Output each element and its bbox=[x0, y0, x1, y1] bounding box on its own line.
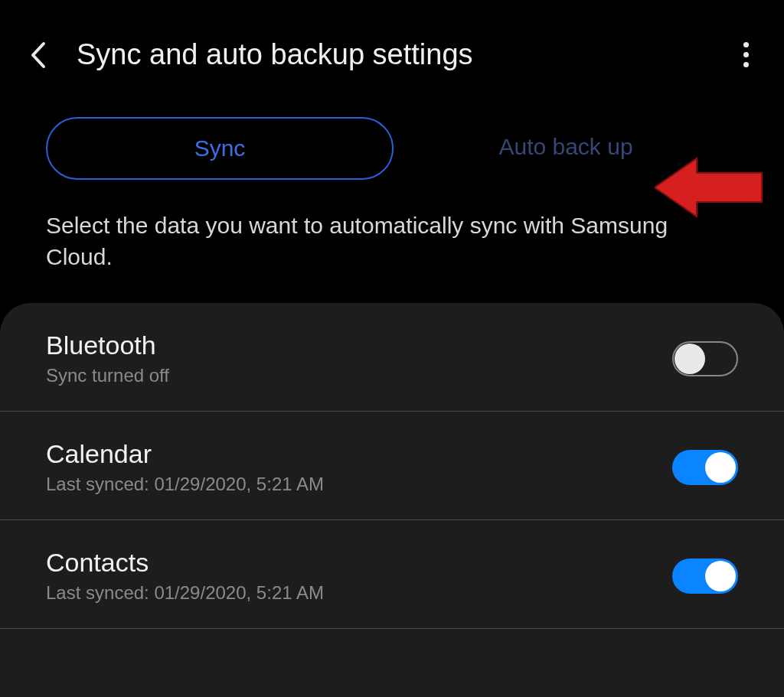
page-title: Sync and auto backup settings bbox=[77, 38, 730, 71]
list-item[interactable]: Contacts Last synced: 01/29/2020, 5:21 A… bbox=[0, 520, 784, 629]
sync-items-panel: Bluetooth Sync turned off Calendar Last … bbox=[0, 303, 784, 697]
toggle-knob bbox=[675, 344, 705, 374]
toggle-bluetooth[interactable] bbox=[672, 341, 738, 376]
back-button[interactable] bbox=[23, 40, 54, 70]
item-title-contacts: Contacts bbox=[46, 548, 672, 578]
chevron-left-icon bbox=[30, 41, 47, 69]
list-item[interactable]: Bluetooth Sync turned off bbox=[0, 303, 784, 412]
item-subtitle: Sync turned off bbox=[46, 365, 672, 386]
item-title-calendar: Calendar bbox=[46, 439, 672, 469]
tab-sync-label: Sync bbox=[194, 135, 246, 161]
toggle-calendar[interactable] bbox=[672, 450, 738, 485]
tab-auto-backup[interactable]: Auto back up bbox=[394, 117, 738, 180]
item-subtitle: Last synced: 01/29/2020, 5:21 AM bbox=[46, 582, 672, 604]
more-vertical-icon bbox=[743, 42, 749, 47]
item-title-bluetooth: Bluetooth bbox=[46, 331, 672, 360]
list-item[interactable]: Calendar Last synced: 01/29/2020, 5:21 A… bbox=[0, 412, 784, 520]
item-subtitle: Last synced: 01/29/2020, 5:21 AM bbox=[46, 474, 672, 495]
section-description: Select the data you want to automaticall… bbox=[0, 203, 784, 303]
toggle-knob bbox=[705, 452, 736, 483]
tab-sync[interactable]: Sync bbox=[46, 117, 394, 180]
toggle-knob bbox=[705, 561, 736, 591]
toggle-contacts[interactable] bbox=[672, 559, 738, 594]
tab-auto-backup-label: Auto back up bbox=[498, 134, 632, 159]
more-options-button[interactable] bbox=[730, 40, 761, 70]
